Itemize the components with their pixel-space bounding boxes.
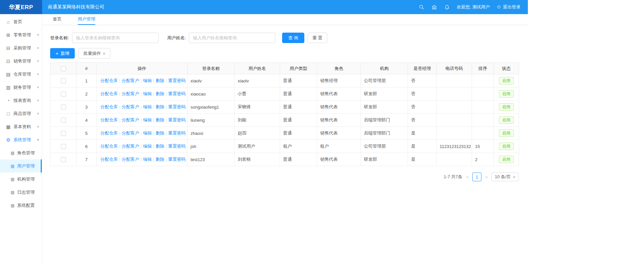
status-badge: 启用 [499, 77, 514, 84]
search-icon[interactable] [418, 4, 425, 10]
row-checkbox[interactable] [61, 118, 66, 123]
page-size-select[interactable]: 10 条/页 ∨ [492, 173, 519, 181]
tab-home[interactable]: 首页 [53, 14, 62, 25]
edit-link[interactable]: 编辑 [143, 91, 152, 96]
delete-link[interactable]: 删除 [156, 91, 164, 96]
search-button[interactable]: 查 询 [282, 33, 304, 43]
select-all-checkbox[interactable] [61, 66, 66, 71]
current-page-button[interactable]: 1 [472, 173, 481, 181]
bank-icon[interactable] [431, 4, 437, 10]
link-divider: | [166, 104, 167, 109]
sidebar-item-sales[interactable]: ⊡销售管理∨ [0, 54, 42, 68]
assign-warehouse-link[interactable]: 分配仓库 [100, 130, 118, 136]
column-header: 角色 [317, 63, 361, 74]
company-name: 南通某某网络科技有限公司 [48, 4, 104, 10]
assign-warehouse-link[interactable]: 分配仓库 [100, 78, 118, 83]
warehouse-icon: ▤ [5, 72, 11, 77]
sidebar-item-system[interactable]: ⚙系统管理∧ [0, 133, 42, 146]
reset-password-link[interactable]: 重置密码 [168, 104, 186, 109]
sidebar-item-retail[interactable]: ⊞零售管理∨ [0, 28, 42, 41]
assign-warehouse-link[interactable]: 分配仓库 [100, 157, 118, 162]
cell-role: 销售代表 [317, 101, 361, 114]
delete-link[interactable]: 删除 [156, 117, 164, 122]
cell-phone [437, 127, 472, 140]
delete-link[interactable]: 删除 [156, 130, 164, 136]
link-divider: | [153, 117, 154, 122]
reset-password-link[interactable]: 重置密码 [168, 117, 186, 122]
assign-customer-link[interactable]: 分配客户 [122, 78, 139, 83]
add-button[interactable]: + 新增 [50, 48, 75, 59]
row-number: 3 [76, 101, 97, 114]
edit-link[interactable]: 编辑 [143, 144, 152, 149]
sidebar-item-report[interactable]: ◔报表查询∨ [0, 94, 42, 107]
status-badge: 启用 [499, 103, 514, 111]
column-header: 用户姓名 [235, 63, 280, 74]
assign-customer-link[interactable]: 分配客户 [122, 130, 139, 136]
row-checkbox[interactable] [61, 105, 66, 110]
assign-warehouse-link[interactable]: 分配仓库 [100, 91, 118, 96]
assign-customer-link[interactable]: 分配客户 [122, 104, 139, 109]
sidebar-item-log-management[interactable]: ▤日志管理 [0, 186, 42, 199]
next-page-button[interactable]: > [484, 175, 488, 180]
assign-customer-link[interactable]: 分配客户 [122, 117, 139, 122]
sidebar-item-org-management[interactable]: ▤机构管理 [0, 173, 42, 186]
assign-warehouse-link[interactable]: 分配仓库 [100, 117, 118, 122]
reset-button[interactable]: 重 置 [308, 33, 327, 43]
assign-warehouse-link[interactable]: 分配仓库 [100, 104, 118, 109]
login-name-input[interactable] [72, 33, 159, 43]
reset-password-link[interactable]: 重置密码 [168, 91, 186, 96]
cell-org: 研发部 [361, 101, 408, 114]
sidebar-item-warehouse[interactable]: ▤仓库管理∨ [0, 68, 42, 81]
delete-link[interactable]: 删除 [156, 78, 164, 83]
sidebar-item-role-management[interactable]: ▤角色管理 [0, 146, 42, 159]
sidebar-item-basic-data[interactable]: ▦基本资料∨ [0, 120, 42, 133]
reset-password-link[interactable]: 重置密码 [168, 130, 186, 136]
column-header: 登录名称 [188, 63, 235, 74]
sidebar-item-system-config[interactable]: ▤系统配置 [0, 199, 42, 212]
assign-customer-link[interactable]: 分配客户 [122, 91, 139, 96]
logout-button[interactable]: 退出登录 [497, 4, 520, 10]
edit-link[interactable]: 编辑 [143, 78, 152, 83]
status-badge: 启用 [499, 129, 514, 137]
cell-login-name: songxiaofeng1 [188, 101, 235, 114]
batch-operations-button[interactable]: 批量操作 ∨ [78, 48, 111, 59]
app-logo: 华夏ERP [0, 0, 42, 14]
cell-user-type: 普通 [280, 153, 317, 166]
reset-password-link[interactable]: 重置密码 [168, 78, 186, 83]
cell-phone: 1123123123132 [437, 140, 472, 153]
row-checkbox[interactable] [61, 91, 66, 97]
row-operations: 分配仓库|分配客户|编辑|删除|重置密码 [97, 87, 188, 101]
delete-link[interactable]: 删除 [156, 144, 164, 149]
sidebar-item-purchase[interactable]: ⊟采购管理∨ [0, 41, 42, 54]
delete-link[interactable]: 删除 [156, 157, 164, 162]
reset-password-link[interactable]: 重置密码 [168, 157, 186, 162]
sidebar-item-home[interactable]: ⌂首页 [0, 15, 42, 28]
edit-link[interactable]: 编辑 [143, 157, 152, 162]
assign-customer-link[interactable]: 分配客户 [122, 144, 139, 149]
row-checkbox[interactable] [61, 157, 66, 162]
edit-link[interactable]: 编辑 [143, 117, 152, 122]
prev-page-button[interactable]: < [466, 175, 470, 180]
bell-icon[interactable] [444, 4, 450, 10]
sidebar-item-finance[interactable]: ▥财务管理∨ [0, 81, 42, 94]
reset-password-link[interactable]: 重置密码 [168, 144, 186, 149]
cell-is-manager: 是 [408, 153, 437, 166]
column-header: 操作 [97, 63, 188, 74]
row-checkbox[interactable] [61, 78, 66, 83]
assign-customer-link[interactable]: 分配客户 [122, 157, 139, 162]
user-name-input[interactable] [189, 33, 275, 43]
delete-link[interactable]: 删除 [156, 104, 164, 109]
app-root: 华夏ERP 南通某某网络科技有限公司 欢迎您, 测试用户 [0, 0, 528, 263]
sidebar-item-user-management[interactable]: ▤用户管理 [0, 159, 42, 173]
link-divider: | [119, 157, 120, 162]
assign-warehouse-link[interactable]: 分配仓库 [100, 144, 118, 149]
edit-link[interactable]: 编辑 [143, 104, 152, 109]
cell-user-type: 普通 [280, 87, 317, 101]
edit-link[interactable]: 编辑 [143, 130, 152, 136]
row-checkbox[interactable] [61, 144, 66, 149]
row-checkbox[interactable] [61, 131, 66, 136]
tab-bar: 首页用户管理 [42, 14, 528, 25]
sidebar-item-goods[interactable]: □商品管理∨ [0, 107, 42, 120]
tab-user-management[interactable]: 用户管理 [78, 14, 95, 25]
cell-user-name: 小曹 [235, 87, 280, 101]
